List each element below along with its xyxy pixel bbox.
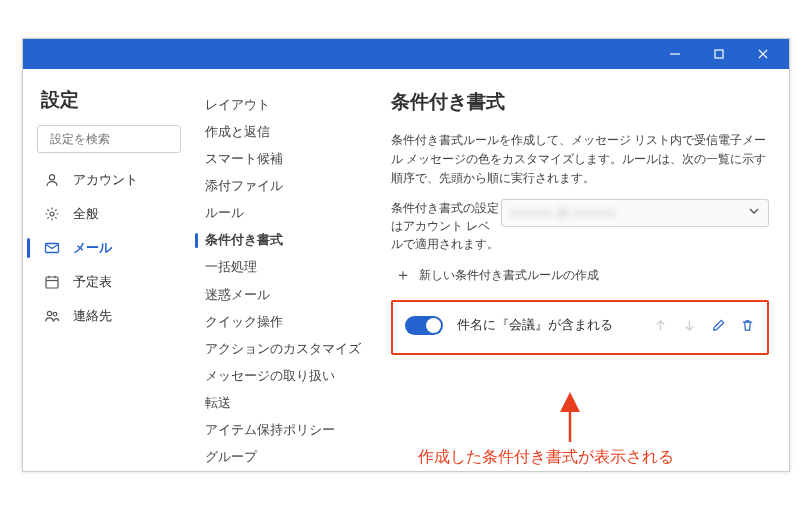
add-rule-label: 新しい条件付き書式ルールの作成 — [419, 267, 599, 284]
submenu-item-sweep[interactable]: 一括処理 — [195, 254, 377, 281]
svg-point-6 — [49, 175, 54, 180]
page-title: 条件付き書式 — [391, 89, 769, 115]
submenu-item-quick-steps[interactable]: クイック操作 — [195, 308, 377, 335]
minimize-icon — [669, 48, 681, 60]
pencil-icon — [711, 318, 726, 333]
sidebar-item-mail[interactable]: メール — [23, 231, 195, 265]
trash-icon — [740, 318, 755, 333]
people-icon — [43, 307, 61, 325]
submenu-item-junk[interactable]: 迷惑メール — [195, 281, 377, 308]
account-selected-value: xxxxxx @ xxxxxx — [510, 206, 616, 220]
svg-rect-9 — [46, 277, 58, 288]
sidebar-item-label: メール — [73, 239, 112, 257]
rule-enable-toggle[interactable] — [405, 316, 443, 335]
sidebar-item-account[interactable]: アカウント — [23, 163, 195, 197]
gear-icon — [43, 205, 61, 223]
plus-icon: ＋ — [395, 265, 411, 286]
chevron-down-icon — [748, 205, 760, 220]
window-titlebar — [23, 39, 789, 69]
svg-point-7 — [50, 212, 54, 216]
submenu-item-compose[interactable]: 作成と返信 — [195, 118, 377, 145]
sidebar-item-label: アカウント — [73, 171, 138, 189]
rule-item-highlighted: 件名に『会議』が含まれる — [391, 300, 769, 355]
maximize-icon — [713, 48, 725, 60]
submenu-item-smart[interactable]: スマート候補 — [195, 145, 377, 172]
page-description: 条件付き書式ルールを作成して、メッセージ リスト内で受信電子メール メッセージの… — [391, 131, 769, 189]
submenu-item-attachments[interactable]: 添付ファイル — [195, 172, 377, 199]
calendar-icon — [43, 273, 61, 291]
conditional-formatting-pane: 条件付き書式 条件付き書式ルールを作成して、メッセージ リスト内で受信電子メール… — [377, 69, 789, 471]
arrow-up-icon — [653, 318, 668, 333]
mail-settings-submenu: レイアウト 作成と返信 スマート候補 添付ファイル ルール 条件付き書式 一括処… — [195, 69, 377, 471]
person-icon — [43, 171, 61, 189]
window-minimize-button[interactable] — [653, 39, 697, 69]
rule-actions — [653, 318, 755, 333]
window-maximize-button[interactable] — [697, 39, 741, 69]
sidebar-item-label: 全般 — [73, 205, 99, 223]
sidebar-item-general[interactable]: 全般 — [23, 197, 195, 231]
settings-content: 設定 アカウント 全般 メール — [23, 69, 789, 471]
sidebar-item-contacts[interactable]: 連絡先 — [23, 299, 195, 333]
settings-search-input[interactable] — [48, 131, 202, 147]
submenu-item-rules[interactable]: ルール — [195, 200, 377, 227]
sidebar-item-label: 予定表 — [73, 273, 112, 291]
settings-nav: アカウント 全般 メール 予定表 連絡先 — [23, 163, 195, 333]
rule-edit-button[interactable] — [711, 318, 726, 333]
submenu-item-groups[interactable]: グループ — [195, 444, 377, 471]
account-scope-label: 条件付き書式の設定はアカウント レベルで適用されます。 — [391, 199, 501, 253]
svg-rect-1 — [715, 50, 723, 58]
sidebar-item-calendar[interactable]: 予定表 — [23, 265, 195, 299]
add-rule-button[interactable]: ＋ 新しい条件付き書式ルールの作成 — [395, 265, 769, 286]
mail-icon — [43, 239, 61, 257]
submenu-item-retention[interactable]: アイテム保持ポリシー — [195, 417, 377, 444]
rule-move-up-button[interactable] — [653, 318, 668, 333]
svg-point-14 — [53, 312, 57, 316]
rule-delete-button[interactable] — [740, 318, 755, 333]
settings-window: 設定 アカウント 全般 メール — [22, 38, 790, 472]
arrow-down-icon — [682, 318, 697, 333]
submenu-item-layout[interactable]: レイアウト — [195, 91, 377, 118]
window-close-button[interactable] — [741, 39, 785, 69]
close-icon — [757, 48, 769, 60]
svg-point-13 — [47, 311, 51, 315]
rule-move-down-button[interactable] — [682, 318, 697, 333]
annotation-caption: 作成した条件付き書式が表示される — [418, 447, 674, 468]
sidebar-item-label: 連絡先 — [73, 307, 112, 325]
submenu-item-conditional-formatting[interactable]: 条件付き書式 — [195, 227, 377, 254]
settings-sidebar: 設定 アカウント 全般 メール — [23, 69, 195, 471]
submenu-item-message-handling[interactable]: メッセージの取り扱い — [195, 362, 377, 389]
account-selector[interactable]: xxxxxx @ xxxxxx — [501, 199, 769, 227]
rule-name: 件名に『会議』が含まれる — [457, 316, 653, 334]
submenu-item-forwarding[interactable]: 転送 — [195, 390, 377, 417]
submenu-item-customize-actions[interactable]: アクションのカスタマイズ — [195, 335, 377, 362]
account-scope-row: 条件付き書式の設定はアカウント レベルで適用されます。 xxxxxx @ xxx… — [391, 199, 769, 253]
settings-title: 設定 — [41, 87, 195, 113]
settings-search[interactable] — [37, 125, 181, 153]
